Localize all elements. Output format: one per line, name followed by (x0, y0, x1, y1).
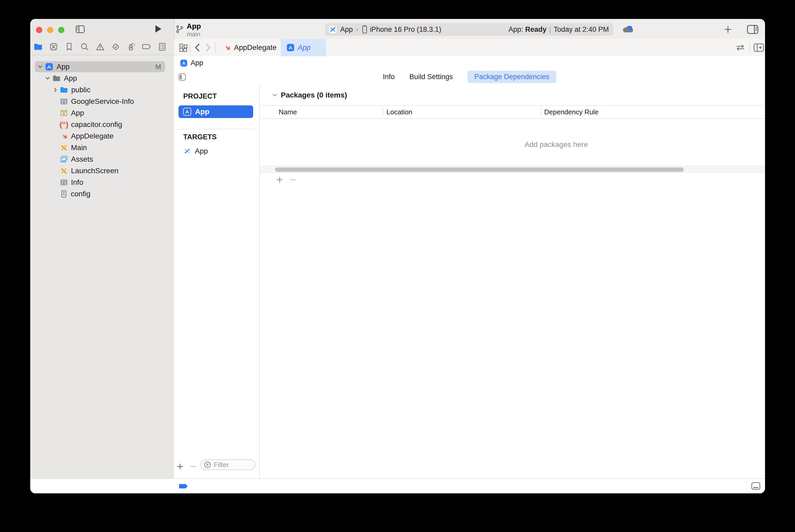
tree-row-file[interactable]: App (30, 107, 174, 119)
column-header-dependency-rule[interactable]: Dependency Rule (544, 108, 599, 116)
tree-row-file[interactable]: public (30, 84, 174, 96)
column-header-location[interactable]: Location (386, 108, 412, 116)
toggle-navigator-icon[interactable] (75, 25, 85, 33)
tree-item-label[interactable]: App (57, 62, 70, 71)
source-control-navigator-icon[interactable] (46, 43, 61, 51)
tree-row-folder[interactable]: App (30, 73, 174, 84)
toggle-debug-area-icon[interactable] (751, 482, 761, 490)
project-navigator-icon[interactable] (30, 43, 46, 51)
editor-tab-bar: AppDelegate App (174, 39, 765, 57)
tab-label[interactable]: App (298, 43, 311, 52)
minimize-button[interactable] (47, 27, 53, 33)
breakpoints-navigator-icon[interactable] (139, 43, 154, 50)
project-file-tree: App M App public GoogleService-Info (30, 55, 174, 478)
zoom-button[interactable] (58, 27, 64, 33)
tab-build-settings[interactable]: Build Settings (409, 73, 453, 81)
appstore-project-icon (45, 63, 53, 71)
navigator-bar (30, 39, 174, 55)
toolbar-navigator-section (30, 19, 174, 39)
scheme-selector[interactable]: App › iPhone 16 Pro (18.3.1) App: Ready … (325, 23, 613, 36)
jump-bar-item[interactable]: App (191, 59, 203, 67)
horizontal-scrollbar-track[interactable] (260, 166, 765, 173)
tree-item-label[interactable]: Main (71, 144, 87, 152)
xcode-window: App main App › iPhone 16 Pro (18.3.1) Ap… (30, 19, 765, 493)
chevron-right-icon[interactable] (53, 87, 58, 93)
tree-item-label[interactable]: GoogleService-Info (71, 97, 134, 106)
tree-item-label[interactable]: AppDelegate (71, 132, 114, 140)
scheme-chevron: › (356, 25, 358, 34)
add-button[interactable] (724, 25, 732, 34)
tab-package-dependencies[interactable]: Package Dependencies (468, 71, 556, 83)
split-editor-icon[interactable] (754, 43, 764, 52)
packages-section-title: Packages (0 items) (281, 91, 347, 99)
issues-navigator-icon[interactable] (92, 43, 108, 51)
tree-item-label[interactable]: App (71, 109, 84, 117)
tree-row-file[interactable]: Info (30, 177, 174, 188)
jump-bar: App (174, 56, 765, 70)
remove-package-button[interactable] (289, 176, 297, 184)
go-back-icon[interactable] (193, 43, 201, 52)
column-separator[interactable] (383, 107, 383, 117)
debug-navigator-icon[interactable] (123, 42, 139, 51)
panel-filter-field[interactable] (201, 459, 255, 470)
modified-badge: M (155, 63, 161, 71)
add-target-button[interactable] (176, 462, 184, 471)
tree-item-label[interactable]: capacitor.config (71, 120, 122, 129)
tab-label[interactable]: AppDelegate (234, 43, 277, 52)
plist-icon (60, 178, 68, 186)
panel-filter-input[interactable] (213, 460, 246, 469)
tree-row-file[interactable]: {“} capacitor.config (30, 119, 174, 130)
horizontal-scrollbar-thumb[interactable] (275, 167, 684, 172)
column-separator[interactable] (541, 107, 541, 117)
tests-navigator-icon[interactable] (108, 43, 123, 51)
tree-row-file[interactable]: config (30, 188, 174, 200)
tree-item-label[interactable]: config (71, 190, 91, 198)
related-items-icon[interactable] (179, 43, 188, 53)
scheme-target-icon (329, 25, 337, 34)
folder-blue-icon (60, 87, 68, 93)
target-row-label[interactable]: App (195, 147, 208, 155)
tree-item-label[interactable]: App (64, 74, 77, 82)
remove-target-button[interactable] (189, 462, 197, 471)
tree-item-label[interactable]: Info (71, 178, 83, 187)
tree-row-project[interactable]: App M (30, 61, 174, 73)
tree-row-file[interactable]: Assets (30, 153, 174, 165)
disclosure-chevron-down-icon[interactable] (271, 92, 278, 98)
scheme-name[interactable]: App (340, 25, 353, 34)
debug-bar (30, 478, 765, 493)
tab-app-active[interactable]: App (281, 39, 326, 56)
filter-circle-icon[interactable] (204, 461, 211, 469)
tree-row-file[interactable]: AppDelegate (30, 130, 174, 142)
plist-icon (60, 97, 68, 106)
tree-item-label[interactable]: Assets (71, 155, 93, 164)
chevron-down-icon[interactable] (45, 75, 51, 81)
tree-row-file[interactable]: GoogleService-Info (30, 96, 174, 107)
swift-icon (60, 132, 68, 140)
bookmarks-navigator-icon[interactable] (61, 43, 77, 51)
target-row[interactable]: App (178, 145, 253, 157)
tree-row-file[interactable]: Main (30, 142, 174, 153)
breakpoints-toggle-icon[interactable] (179, 483, 188, 489)
add-package-button[interactable] (276, 176, 283, 184)
tree-item-label[interactable]: LaunchScreen (71, 167, 118, 175)
reports-navigator-icon[interactable] (154, 43, 170, 51)
toolbar-branch-name: main (187, 31, 200, 38)
tab-appdelegate[interactable]: AppDelegate (219, 39, 281, 56)
close-button[interactable] (36, 27, 42, 33)
chevron-down-icon[interactable] (37, 64, 43, 70)
run-destination[interactable]: iPhone 16 Pro (18.3.1) (370, 25, 441, 34)
go-forward-icon[interactable] (204, 43, 212, 52)
column-header-name[interactable]: Name (279, 108, 297, 116)
project-row-selected[interactable]: App (178, 106, 253, 118)
tab-info[interactable]: Info (383, 73, 395, 81)
toggle-inspector-icon[interactable] (747, 25, 758, 34)
section-divider (177, 129, 254, 129)
tree-row-file[interactable]: LaunchScreen (30, 165, 174, 177)
project-row-label[interactable]: App (195, 108, 209, 116)
tree-item-label[interactable]: public (71, 86, 91, 94)
package-dependencies-editor: Packages (0 items) Name Location Depende… (260, 84, 765, 478)
cloud-status-icon[interactable] (622, 25, 635, 34)
swap-editor-icon[interactable] (736, 44, 745, 52)
run-button[interactable] (154, 25, 162, 33)
find-navigator-icon[interactable] (77, 43, 92, 51)
